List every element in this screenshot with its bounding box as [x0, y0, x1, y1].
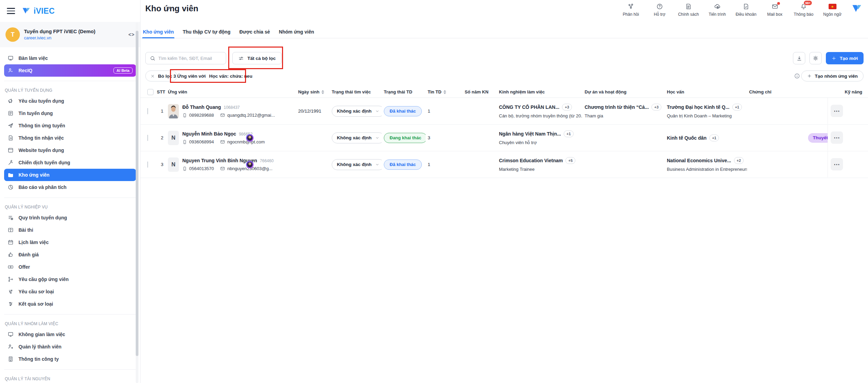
- topnav-chinh-sach[interactable]: Chính sách: [674, 3, 703, 17]
- topnav-mail-box[interactable]: Mail box: [760, 3, 789, 17]
- row-checkbox[interactable]: [147, 135, 148, 141]
- workspace-domain-link[interactable]: career.iviec.vn: [24, 36, 95, 40]
- search-input[interactable]: [158, 56, 222, 61]
- column-header-trang-thai-td[interactable]: Trạng thái TD: [382, 89, 426, 94]
- sidebar-item-ket-qua-so-loai[interactable]: Kết quả sơ loại: [4, 298, 136, 310]
- column-header-stt[interactable]: STT: [156, 89, 166, 94]
- filter-lines-icon: [8, 301, 14, 307]
- topnav-dieu-khoan[interactable]: Điều khoản: [732, 3, 760, 17]
- search-box[interactable]: [145, 52, 226, 64]
- topnav-thong-bao[interactable]: 99+ Thông báo: [789, 3, 818, 17]
- more-count-chip[interactable]: +3: [651, 104, 661, 111]
- topnav-tien-trinh[interactable]: Tiến trình: [703, 3, 732, 17]
- job-status-dropdown[interactable]: Không xác định: [332, 132, 382, 143]
- owner-avatar-badge[interactable]: [246, 161, 254, 168]
- sidebar-item-yeu-cau-gop-ung-vien[interactable]: Yêu cầu gộp ứng viên: [4, 273, 136, 285]
- tin-td-count: 1: [426, 108, 452, 114]
- more-count-chip[interactable]: +1: [564, 130, 574, 137]
- sidebar-scrollbar-thumb[interactable]: [136, 31, 138, 356]
- sidebar-item-danh-gia[interactable]: Đánh giá: [4, 248, 136, 261]
- topnav-ho-tro[interactable]: Hỗ trợ: [645, 3, 674, 17]
- sidebar-item-lich-lam-viec[interactable]: Lịch làm việc: [4, 236, 136, 248]
- row-checkbox[interactable]: [147, 108, 148, 114]
- sidebar-item-thong-tin-ung-tuyen[interactable]: Thông tin ứng tuyển: [4, 119, 136, 132]
- more-count-chip[interactable]: +1: [709, 135, 719, 141]
- column-header-kinh-nghiem[interactable]: Kinh nghiệm làm việc: [497, 89, 583, 94]
- sidebar-item-reciq[interactable]: RecIQ AI Beta: [4, 64, 136, 77]
- more-count-chip[interactable]: +1: [732, 104, 742, 111]
- sidebar-item-kho-ung-vien[interactable]: Kho ứng viên: [4, 169, 136, 181]
- column-header-chung-chi[interactable]: Chứng chỉ: [747, 89, 802, 94]
- sidebar-item-quy-trinh-tuyen-dung[interactable]: Quy trình tuyển dụng: [4, 212, 136, 224]
- sidebar-item-thong-tin-nhan-viec[interactable]: Thông tin nhận việc: [4, 132, 136, 144]
- sidebar-item-quan-ly-thanh-vien[interactable]: Quản lý thành viên: [4, 341, 136, 353]
- owner-avatar-badge[interactable]: [246, 134, 254, 142]
- candidate-cell[interactable]: N Nguyễn Minh Bảo Ngọc 986652 0936068994…: [166, 131, 296, 145]
- create-new-button[interactable]: Tạo mới: [826, 52, 864, 64]
- column-header-ky-nang[interactable]: Kỹ năng: [802, 89, 868, 94]
- table-row[interactable]: 1 Đỗ Thanh Quang 1068437 0898289688: [140, 98, 868, 125]
- tab-thu-thap-cv[interactable]: Thu thập CV tự động: [182, 26, 231, 38]
- tab-kho-ung-vien[interactable]: Kho ứng viên: [142, 26, 174, 38]
- table-row[interactable]: 3 N Nguyen Trung Vinh Binh Nguyen 766460…: [140, 151, 868, 178]
- info-icon[interactable]: [794, 73, 800, 79]
- column-header-so-nam-kn[interactable]: Số năm KN: [452, 89, 497, 94]
- sort-icon[interactable]: [321, 90, 324, 94]
- job-status-dropdown[interactable]: Không xác định: [332, 159, 382, 170]
- candidate-cell[interactable]: N Nguyen Trung Vinh Binh Nguyen 766460 0…: [166, 157, 296, 172]
- topnav-ngon-ngu[interactable]: ★ Ngôn ngữ: [818, 3, 847, 17]
- tab-nhom-ung-vien[interactable]: Nhóm ứng viên: [278, 26, 315, 38]
- iviec-logo[interactable]: iVIEC: [22, 7, 55, 16]
- column-header-du-an[interactable]: Dự án và hoạt động: [583, 89, 665, 94]
- clear-filter-chip[interactable]: Bỏ lọc: [145, 71, 177, 81]
- browser-icon: [8, 147, 14, 153]
- sidebar-item-ban-lam-viec[interactable]: Bàn làm việc: [4, 52, 136, 64]
- sidebar-item-bai-thi[interactable]: Bài thi: [4, 224, 136, 236]
- more-count-chip[interactable]: +2: [734, 157, 744, 164]
- feedback-icon: [627, 3, 634, 10]
- column-header-hoc-van[interactable]: Học vấn: [665, 89, 747, 94]
- more-count-chip[interactable]: +3: [562, 104, 572, 111]
- create-group-button[interactable]: Tạo nhóm ứng viên: [801, 71, 864, 81]
- collapse-sidebar-icon[interactable]: <>: [129, 32, 135, 37]
- candidate-name[interactable]: Nguyễn Minh Bảo Ngọc: [182, 131, 236, 137]
- download-button[interactable]: [793, 52, 805, 64]
- sidebar-item-website-tuyen-dung[interactable]: Website tuyển dụng: [4, 144, 136, 156]
- sidebar-item-yeu-cau-tuyen-dung[interactable]: Yêu cầu tuyển dụng: [4, 95, 136, 107]
- sidebar-item-bao-cao-va-phan-tich[interactable]: Báo cáo và phân tích: [4, 181, 136, 193]
- more-count-chip[interactable]: +5: [565, 157, 575, 164]
- column-header-ung-vien[interactable]: Ứng viên: [166, 89, 296, 94]
- sidebar-item-tin-tuyen-dung[interactable]: Tin tuyển dụng: [4, 107, 136, 119]
- row-index: 3: [156, 162, 166, 167]
- settings-button[interactable]: [809, 52, 822, 64]
- topnav-phan-hoi[interactable]: Phản hồi: [616, 3, 645, 17]
- column-header-tin-td[interactable]: Tin TD: [426, 89, 452, 94]
- sidebar-item-yeu-cau-so-loai[interactable]: Yêu cầu sơ loại: [4, 285, 136, 298]
- row-more-button[interactable]: ⋯: [831, 158, 843, 170]
- pie-chart-icon: [8, 184, 14, 190]
- candidate-name[interactable]: Đỗ Thanh Quang: [182, 104, 221, 110]
- workspace-switcher[interactable]: T Tuyển dụng FPT iVIEC (Demo) career.ivi…: [0, 22, 140, 47]
- sidebar-item-offer[interactable]: Offer: [4, 261, 136, 273]
- row-checkbox[interactable]: [147, 162, 148, 168]
- candidate-name[interactable]: Nguyen Trung Vinh Binh Nguyen: [182, 158, 257, 163]
- tab-duoc-chia-se[interactable]: Được chia sẻ: [239, 26, 270, 38]
- sort-icon[interactable]: [443, 90, 446, 94]
- close-icon: [150, 74, 155, 78]
- column-header-trang-thai-tim-viec[interactable]: Trạng thái tìm việc: [330, 89, 382, 94]
- column-header-ngay-sinh[interactable]: Ngày sinh: [296, 89, 330, 94]
- campaign-icon: [8, 159, 14, 166]
- sidebar-item-khong-gian-lam-viec[interactable]: Không gian làm việc: [4, 328, 136, 341]
- all-filters-button[interactable]: Tất cả bộ lọc: [232, 52, 282, 64]
- table-row[interactable]: 2 N Nguyễn Minh Bảo Ngọc 986652 09360689…: [140, 125, 868, 151]
- row-more-button[interactable]: ⋯: [831, 105, 843, 117]
- candidate-cell[interactable]: Đỗ Thanh Quang 1068437 0898289688 quangd…: [166, 104, 296, 118]
- sidebar-item-thong-tin-cong-ty[interactable]: Thông tin công ty: [4, 353, 136, 365]
- job-status-dropdown[interactable]: Không xác định: [332, 106, 382, 117]
- sidebar-item-chien-dich-tuyen-dung[interactable]: Chiến dịch tuyển dụng: [4, 156, 136, 169]
- select-all-checkbox[interactable]: [147, 89, 154, 95]
- row-more-button[interactable]: ⋯: [831, 131, 843, 144]
- top-navigation: Phản hồi Hỗ trợ Chính sách Tiến trình Đi…: [616, 3, 847, 17]
- hamburger-menu-icon[interactable]: [7, 8, 15, 14]
- user-brand-avatar[interactable]: [852, 4, 863, 13]
